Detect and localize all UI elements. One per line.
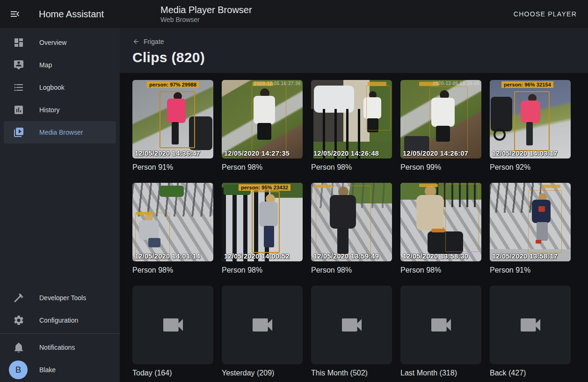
video-icon: [160, 312, 186, 338]
detection-label: person: 96% 32154: [501, 81, 553, 88]
clip-timestamp: 12/05/2020 14:26:48: [313, 150, 379, 157]
clip-thumbnail[interactable]: 2020-12-05 16:27:36 12/05/2020 14:27:35: [222, 80, 303, 159]
clip-timestamp: 12/05/2020 13:58:30: [403, 252, 468, 260]
app-bar: Home Assistant Media Player Browser Web …: [0, 0, 588, 28]
detection-bbox: [445, 184, 479, 252]
menu-open-icon[interactable]: [9, 8, 21, 20]
sidebar-item-overview[interactable]: Overview: [4, 31, 116, 54]
sidebar-item-label: Media Browser: [39, 129, 83, 136]
folder-thumbnail[interactable]: [400, 286, 481, 364]
folder-caption: This Month (502): [311, 368, 392, 378]
sidebar-item-logbook[interactable]: Logbook: [4, 76, 116, 99]
clip-thumbnail[interactable]: person: 97% 29988 12/05/2020 14:36:47: [132, 80, 213, 159]
camera-osd-timestamp: 2020-12-05 15:26:06: [433, 81, 479, 86]
clip-thumbnail[interactable]: 12/05/2020 13:58:17: [490, 183, 571, 261]
video-icon: [339, 312, 365, 338]
folder-card-this-month: This Month (502): [311, 286, 392, 378]
clip-caption: Person 99%: [400, 163, 481, 172]
choose-player-button[interactable]: CHOOSE PLAYER: [510, 7, 581, 22]
clip-card: 2020-12-05 16:27:36 12/05/2020 14:27:35 …: [222, 80, 303, 172]
folder-card-today: Today (164): [132, 286, 213, 378]
media-browser-content: person: 97% 29988 12/05/2020 14:36:47 Pe…: [120, 73, 588, 382]
clip-caption: Person 91%: [132, 163, 213, 172]
clip-caption: Person 98%: [222, 266, 303, 275]
camera-osd-timestamp: 2020-12-05 16:27:36: [254, 81, 301, 86]
clip-card: 12/05/2020 13:58:17 Person 91%: [490, 183, 571, 275]
folder-caption: Back (427): [490, 368, 571, 378]
clip-thumbnail[interactable]: 12/05/2020 13:58:30: [400, 183, 481, 261]
detection-label: person: 95% 23432: [239, 184, 290, 191]
tooltip-account-icon: [13, 59, 24, 71]
play-box-multiple-icon: [13, 127, 24, 138]
clip-card: 12/05/2020 13:59:49 Person 98%: [311, 183, 392, 275]
sidebar-item-label: Overview: [39, 39, 66, 46]
sidebar-item-user[interactable]: B Blake: [4, 359, 116, 381]
clip-card: 12/05/2020 14:01:14 Person 98%: [132, 183, 213, 275]
clip-caption: Person 98%: [400, 266, 481, 275]
detection-bbox: [528, 190, 562, 253]
sidebar-item-map[interactable]: Map: [4, 54, 116, 76]
detection-bbox: [316, 186, 371, 256]
sidebar-nav: Overview Map Logbook History Media Brows…: [0, 28, 120, 144]
clip-timestamp: 12/05/2020 14:03:17: [492, 150, 558, 157]
folder-caption: Yesterday (209): [222, 368, 303, 378]
sidebar-item-configuration[interactable]: Configuration: [4, 309, 116, 332]
clips-grid: person: 97% 29988 12/05/2020 14:36:47 Pe…: [132, 80, 588, 378]
sidebar-item-label: Logbook: [39, 84, 65, 91]
clip-caption: Person 98%: [222, 163, 303, 172]
folder-thumbnail[interactable]: [132, 286, 213, 364]
folder-thumbnail[interactable]: [222, 286, 303, 364]
sidebar-item-notifications[interactable]: Notifications: [4, 336, 116, 359]
clip-timestamp: 12/05/2020 14:36:47: [135, 150, 200, 157]
folder-thumbnail[interactable]: [311, 286, 392, 364]
avatar: B: [9, 360, 28, 379]
clip-timestamp: 12/05/2020 13:59:49: [313, 252, 379, 260]
clip-card: 12/05/2020 13:58:30 Person 98%: [400, 183, 481, 275]
clip-thumbnail[interactable]: 2020-12-05 15:26:06 12/05/2020 14:26:07: [400, 80, 481, 159]
clip-thumbnail[interactable]: 12/05/2020 14:01:14: [132, 183, 213, 261]
sidebar-item-history[interactable]: History: [4, 99, 116, 121]
sidebar: Overview Map Logbook History Media Brows…: [0, 28, 120, 382]
sidebar-item-media-browser[interactable]: Media Browser: [4, 121, 116, 144]
clip-thumbnail[interactable]: 12/05/2020 13:59:49: [311, 183, 392, 261]
detection-bbox: [252, 191, 280, 253]
clip-timestamp: 12/05/2020 14:01:14: [135, 252, 200, 260]
detection-label: person: 97% 29988: [147, 81, 199, 88]
breadcrumb[interactable]: Frigate: [132, 38, 588, 45]
detection-bbox: [429, 86, 468, 152]
detection-label: [315, 185, 333, 188]
clip-card: person: 97% 29988 12/05/2020 14:36:47 Pe…: [132, 80, 213, 172]
sidebar-item-label: Map: [39, 61, 52, 69]
folder-caption: Last Month (318): [400, 368, 481, 378]
folder-thumbnail[interactable]: [490, 286, 571, 364]
panel-subtitle: Web Browser: [160, 15, 252, 24]
sidebar-divider: [0, 333, 120, 334]
detection-bbox: [366, 86, 391, 130]
clip-card: 2020-12-05 15:26:06 12/05/2020 14:26:07 …: [400, 80, 481, 172]
detection-bbox: [514, 91, 550, 151]
panel-title-block: Media Player Browser Web Browser: [160, 4, 252, 24]
sidebar-item-label: Developer Tools: [39, 294, 86, 302]
clip-thumbnail[interactable]: person: 96% 32154 12/05/2020 14:03:17: [490, 80, 571, 159]
folder-card-back: Back (427): [490, 286, 571, 378]
sidebar-item-label: Configuration: [39, 317, 78, 324]
sidebar-header: Home Assistant: [0, 8, 120, 20]
clip-card: person: 95% 23432 12/05/2020 14:00:52 Pe…: [222, 183, 303, 275]
clip-caption: Person 92%: [490, 163, 571, 172]
clip-timestamp: 12/05/2020 14:27:35: [224, 150, 290, 157]
clip-thumbnail[interactable]: 12/05/2020 14:26:48: [311, 80, 392, 159]
detection-label: [419, 184, 438, 187]
media-browser-header: Frigate Clips (820): [120, 28, 588, 73]
clip-thumbnail[interactable]: person: 95% 23432 12/05/2020 14:00:52: [222, 183, 303, 261]
format-list-bulleted-icon: [13, 82, 24, 93]
hammer-icon: [13, 292, 24, 303]
video-icon: [517, 312, 544, 338]
sidebar-item-developer-tools[interactable]: Developer Tools: [4, 287, 116, 309]
detection-label: [136, 212, 153, 215]
cog-icon: [13, 315, 24, 326]
scene-decoration: [431, 229, 445, 232]
breadcrumb-label: Frigate: [144, 38, 164, 45]
clip-card: 12/05/2020 14:26:48 Person 98%: [311, 80, 392, 172]
detection-label: [542, 185, 560, 188]
clip-caption: Person 98%: [311, 266, 392, 275]
